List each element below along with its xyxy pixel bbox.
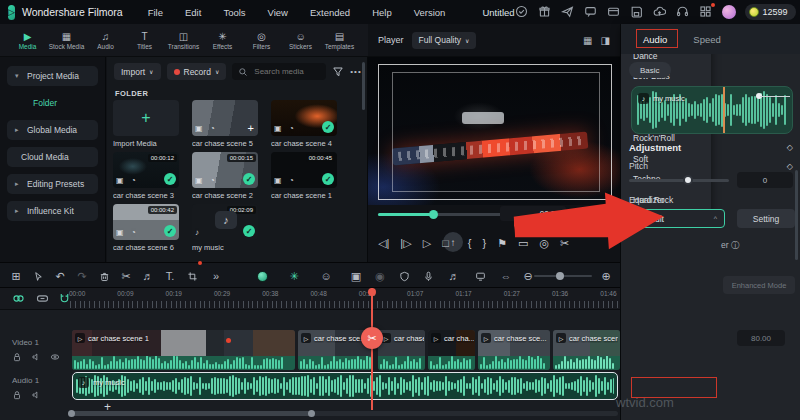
- lock-icon[interactable]: [12, 352, 22, 362]
- pitch-slider[interactable]: [629, 179, 729, 182]
- beat-detection-icon[interactable]: ♬: [140, 263, 156, 289]
- audio-track-icon[interactable]: ♬: [446, 263, 462, 289]
- tab-templates[interactable]: ▤Templates: [320, 30, 359, 51]
- adjustment-section-header[interactable]: Adjustment: [629, 142, 681, 153]
- redo-icon[interactable]: ↷: [74, 263, 90, 289]
- text-tool-icon[interactable]: T.: [162, 263, 178, 289]
- workspace-grid-icon[interactable]: ⊞: [8, 263, 24, 289]
- mark-in-icon[interactable]: {: [468, 237, 472, 249]
- media-item[interactable]: 00:00:42▣◔✓ car chase scene 6: [113, 204, 179, 256]
- crop-icon[interactable]: [184, 263, 200, 289]
- tab-speed-settings[interactable]: Speed: [693, 34, 720, 45]
- group-link-icon[interactable]: [36, 292, 49, 305]
- menu-item[interactable]: Tools: [212, 7, 256, 18]
- partial-value-box[interactable]: 80.00: [737, 330, 785, 346]
- pitch-value-box[interactable]: 0: [737, 172, 793, 188]
- search-box[interactable]: [232, 63, 326, 80]
- clapper-icon[interactable]: ▣: [348, 263, 364, 289]
- tab-stickers[interactable]: ☺Stickers: [281, 30, 320, 51]
- scroll-handle-left[interactable]: [68, 410, 75, 417]
- equalizer-setting-button[interactable]: Setting: [737, 209, 795, 228]
- time-ruler[interactable]: [70, 301, 618, 308]
- panel-scrollbar[interactable]: [795, 170, 798, 260]
- media-item-import[interactable]: + Import Media: [113, 100, 179, 152]
- check-circle-icon[interactable]: [515, 5, 529, 19]
- chroma-key-icon[interactable]: [254, 263, 270, 289]
- layout-grid-icon[interactable]: ▦: [583, 35, 592, 46]
- playhead-split-scissors[interactable]: ✂: [361, 327, 383, 349]
- menu-item[interactable]: Edit: [174, 7, 212, 18]
- media-item[interactable]: 00:00:15▣◔✓ car chase scene 2: [192, 152, 258, 204]
- tab-stock-media[interactable]: ▦Stock Media: [47, 30, 86, 51]
- menu-item[interactable]: File: [137, 7, 174, 18]
- tree-item-project-media[interactable]: ▾Project Media: [7, 66, 98, 86]
- select-cursor-icon[interactable]: [30, 263, 46, 289]
- record-button[interactable]: Record∨: [167, 63, 227, 80]
- timeline-horizontal-scrollbar[interactable]: [68, 411, 618, 416]
- timeline-zoom-slider[interactable]: [534, 275, 592, 277]
- lock-icon[interactable]: [12, 390, 22, 400]
- timeline-clip[interactable]: ▷car chase sce...: [478, 330, 550, 370]
- quality-dropdown[interactable]: Full Quality∨: [412, 32, 477, 49]
- pitch-knob[interactable]: [683, 175, 693, 185]
- menu-item[interactable]: Help: [361, 7, 403, 18]
- undo-icon[interactable]: ↶: [52, 263, 68, 289]
- tree-item-folder[interactable]: Folder: [7, 93, 98, 113]
- user-avatar[interactable]: [722, 5, 736, 19]
- playhead-line[interactable]: [371, 288, 373, 410]
- more-options-icon[interactable]: •••: [350, 67, 361, 76]
- credits-badge[interactable]: 12599: [745, 4, 796, 20]
- timeline-clip[interactable]: ▷car chase scene 1: [72, 330, 295, 370]
- audio-clip[interactable]: ♪my music: [72, 372, 618, 400]
- scissors-icon[interactable]: ✂: [560, 237, 569, 250]
- panel-toggle-icon[interactable]: ◨: [601, 35, 610, 46]
- menu-item[interactable]: Extended: [299, 7, 361, 18]
- auto-play-icon[interactable]: ◉: [372, 263, 388, 289]
- voiceover-mic-icon[interactable]: [420, 263, 436, 289]
- media-item[interactable]: ▣◔+ car chase scene 5: [192, 100, 258, 152]
- apps-grid-icon[interactable]: [699, 5, 713, 19]
- media-item[interactable]: 00:00:12▣◔✓ car chase scene 3: [113, 152, 179, 204]
- stop-icon[interactable]: □: [442, 237, 449, 249]
- import-button[interactable]: Import∨: [114, 63, 161, 80]
- tree-item-influence-kit[interactable]: ▸Influence Kit: [7, 201, 98, 221]
- playhead-pin[interactable]: [368, 288, 376, 296]
- zoom-knob[interactable]: [556, 272, 564, 280]
- fullscreen-icon[interactable]: ▭: [518, 237, 528, 250]
- shield-icon[interactable]: [396, 263, 412, 289]
- ai-tools-icon[interactable]: ✳: [286, 263, 302, 289]
- save-icon[interactable]: [630, 5, 644, 19]
- mark-out-icon[interactable]: }: [482, 237, 486, 249]
- timeline-clip[interactable]: ▷car cha...: [428, 330, 475, 370]
- link-clips-icon[interactable]: [12, 292, 25, 305]
- media-item[interactable]: ▣◔✓ car chase scene 4: [271, 100, 337, 152]
- media-item[interactable]: 00:00:45▣◔✓ car chase scene 1: [271, 152, 337, 204]
- keyframe-diamond-icon[interactable]: ◇: [787, 162, 793, 171]
- feedback-icon[interactable]: [584, 5, 598, 19]
- tree-item-global-media[interactable]: ▸Global Media: [7, 120, 98, 140]
- search-input[interactable]: [252, 66, 320, 77]
- support-headset-icon[interactable]: [676, 5, 690, 19]
- play-icon[interactable]: ▷: [423, 237, 431, 250]
- cloud-upload-icon[interactable]: [653, 5, 667, 19]
- render-preview-icon[interactable]: [472, 263, 488, 289]
- enhanced-mode-button[interactable]: Enhanced Mode: [723, 276, 795, 294]
- hide-eye-icon[interactable]: [50, 352, 60, 362]
- menu-item[interactable]: Version: [403, 7, 457, 18]
- tree-item-cloud-media[interactable]: Cloud Media: [7, 147, 98, 167]
- more-tools-icon[interactable]: »: [208, 263, 224, 289]
- basic-filter-pill[interactable]: Basic: [629, 62, 671, 78]
- tree-item-editing-presets[interactable]: ▸Editing Presets: [7, 174, 98, 194]
- vertical-scrollbar[interactable]: [362, 62, 365, 110]
- timeline-clip[interactable]: ▷car chase s...: [378, 330, 425, 370]
- timeline-clip[interactable]: ▷car chase scene: [553, 330, 620, 370]
- zoom-in-icon[interactable]: ⊕: [598, 263, 614, 289]
- gift-icon[interactable]: [538, 5, 552, 19]
- next-frame-icon[interactable]: |▷: [400, 237, 411, 250]
- tab-filters[interactable]: ◎Filters: [242, 30, 281, 51]
- tab-titles[interactable]: TTitles: [125, 30, 164, 51]
- split-scissors-icon[interactable]: ✂: [118, 263, 134, 289]
- card-icon[interactable]: [607, 5, 621, 19]
- tab-audio[interactable]: ♫Audio: [86, 30, 125, 51]
- tab-effects[interactable]: ✳Effects: [203, 30, 242, 51]
